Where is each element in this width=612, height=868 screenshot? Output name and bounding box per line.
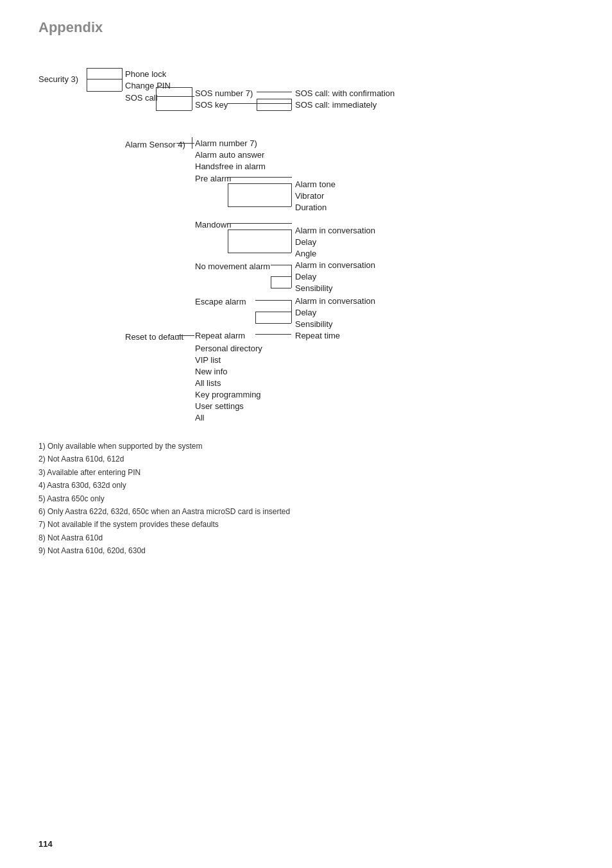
- node-alarm-sensor: Alarm Sensor 4): [125, 138, 185, 151]
- node-delay-escape: Delay: [295, 306, 316, 319]
- node-alarm-in-conversation-escape: Alarm in conversation: [295, 295, 375, 308]
- footnote-4: 4) Aastra 630d, 632d only: [38, 479, 574, 492]
- node-repeat-alarm: Repeat alarm: [195, 330, 245, 342]
- node-alarm-in-conversation-no-movement: Alarm in conversation: [295, 259, 375, 272]
- page-number: 114: [38, 839, 53, 849]
- node-no-movement-alarm: No movement alarm: [195, 260, 270, 273]
- footnote-7: 7) Not available if the system provides …: [38, 518, 574, 531]
- node-repeat-time: Repeat time: [295, 330, 340, 342]
- node-change-pin: Change PIN: [125, 79, 171, 92]
- node-sos-immediately: SOS call: immediately: [295, 99, 377, 112]
- node-sos-key: SOS key: [195, 99, 228, 112]
- node-alarm-in-conversation-mandown: Alarm in conversation: [295, 224, 375, 237]
- node-vip-list: VIP list: [195, 354, 221, 367]
- footnote-6: 6) Only Aastra 622d, 632d, 650c when an …: [38, 505, 574, 518]
- node-personal-directory: Personal directory: [195, 342, 262, 355]
- node-mandown: Mandown: [195, 219, 231, 231]
- node-reset-to-default: Reset to default: [125, 331, 183, 344]
- footnotes: 1) Only available when supported by the …: [38, 440, 574, 558]
- node-key-programming: Key programming: [195, 388, 261, 401]
- diagram: Security 3) Phone lock Change PIN SOS ca…: [38, 55, 565, 414]
- node-all: All: [195, 412, 204, 424]
- node-handsfree-in-alarm: Handsfree in alarm: [195, 160, 266, 173]
- node-alarm-auto-answer: Alarm auto answer: [195, 149, 264, 162]
- node-delay-no-movement: Delay: [295, 271, 316, 283]
- node-sos-call: SOS call: [125, 92, 158, 104]
- node-user-settings: User settings: [195, 400, 244, 413]
- node-vibrator: Vibrator: [295, 190, 324, 203]
- node-alarm-tone: Alarm tone: [295, 178, 336, 191]
- node-angle: Angle: [295, 247, 316, 260]
- footnote-1: 1) Only available when supported by the …: [38, 440, 574, 453]
- footnote-9: 9) Not Aastra 610d, 620d, 630d: [38, 544, 574, 557]
- node-security: Security 3): [38, 73, 78, 86]
- footnote-2: 2) Not Aastra 610d, 612d: [38, 453, 574, 465]
- node-all-lists: All lists: [195, 377, 221, 390]
- node-escape-alarm: Escape alarm: [195, 296, 246, 308]
- node-sos-number: SOS number 7): [195, 87, 253, 100]
- footnote-5: 5) Aastra 650c only: [38, 492, 574, 505]
- node-sensibility-no-movement: Sensibility: [295, 282, 333, 295]
- page-title: Appendix: [38, 19, 574, 36]
- node-alarm-number: Alarm number 7): [195, 137, 257, 150]
- node-sos-with-confirmation: SOS call: with confirmation: [295, 87, 395, 100]
- node-pre-alarm: Pre alarm: [195, 172, 231, 185]
- node-new-info: New info: [195, 365, 228, 378]
- node-delay-mandown: Delay: [295, 236, 316, 249]
- node-phone-lock: Phone lock: [125, 68, 166, 81]
- node-sensibility-escape: Sensibility: [295, 318, 333, 331]
- node-duration: Duration: [295, 201, 327, 214]
- footnote-8: 8) Not Aastra 610d: [38, 531, 574, 544]
- footnote-3: 3) Available after entering PIN: [38, 466, 574, 479]
